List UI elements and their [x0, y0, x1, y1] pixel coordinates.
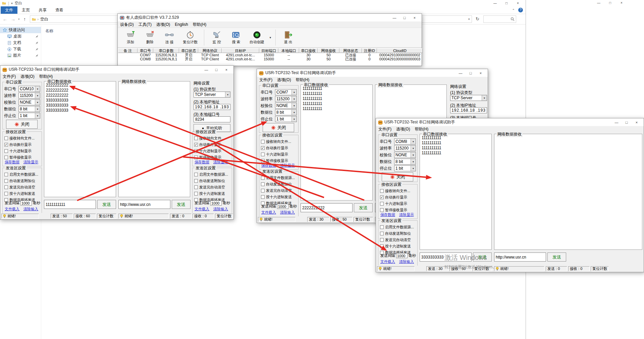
field-select[interactable]: NONE▾: [18, 99, 40, 105]
monitor-button[interactable]: 监 控: [208, 29, 225, 47]
up-button[interactable]: ↑: [22, 16, 28, 22]
checkbox[interactable]: [261, 159, 265, 163]
connect-button[interactable]: 连 接: [161, 29, 178, 47]
action-link[interactable]: 保存数据: [380, 212, 395, 217]
menu-item[interactable]: 设备(D): [120, 22, 134, 27]
checkbox[interactable]: [194, 173, 198, 176]
breadcrumb[interactable]: 空白: [40, 16, 48, 22]
checkbox[interactable]: [380, 208, 384, 212]
network-data-receive-panel[interactable]: 网络数据接收: [118, 81, 190, 197]
column-header[interactable]: 串口状态: [179, 48, 198, 53]
checkbox[interactable]: ✓: [261, 146, 265, 150]
chevron-down-icon[interactable]: ▾: [291, 110, 297, 115]
network-send-input[interactable]: [494, 252, 546, 262]
ribbon-collapse-icon[interactable]: ⌃: [512, 8, 515, 12]
action-link[interactable]: 保存数据: [195, 160, 209, 165]
checkbox[interactable]: [194, 179, 198, 183]
field-select[interactable]: 1 bit▾: [275, 116, 297, 122]
field-select[interactable]: 8 bit▾: [18, 106, 40, 112]
checkbox-option[interactable]: 接收转向文件...: [4, 135, 41, 142]
column-header[interactable]: CloudID: [377, 48, 423, 53]
menu-item[interactable]: 选项(O): [156, 22, 170, 27]
checkbox-option[interactable]: 接收转向文件...: [194, 135, 231, 142]
local-ip-value[interactable]: 192.168.18 .193: [450, 107, 487, 113]
close-button[interactable]: ×: [512, 0, 524, 6]
table-row[interactable]: COM7115200,N,8,1开启TCP Client4291.cnsh.io…: [118, 53, 421, 57]
checkbox-option[interactable]: 发送完自动清空: [380, 237, 417, 243]
checkbox[interactable]: [261, 189, 265, 192]
sidebar-item-downloads[interactable]: 下载: [0, 46, 41, 52]
minimize-button[interactable]: —: [489, 0, 501, 6]
interval-input[interactable]: [210, 201, 222, 206]
minimize-button[interactable]: —: [389, 14, 399, 21]
action-link[interactable]: 清除显示: [213, 160, 228, 165]
maximize-button[interactable]: □: [399, 14, 410, 21]
chevron-down-icon[interactable]: ▾: [35, 113, 40, 118]
action-link[interactable]: 清除输入: [213, 207, 228, 212]
serial-data-receive-panel[interactable]: 串口数据接收 222222222222222222222222222222333…: [44, 81, 116, 197]
checkbox-option[interactable]: 按十六进制发送: [194, 190, 231, 197]
title-bar[interactable]: | ▾ 空白 — □ ×: [0, 0, 526, 6]
minimize-button[interactable]: —: [455, 70, 466, 76]
auto-create-dropdown-icon[interactable]: ▼: [269, 36, 272, 39]
column-header[interactable]: 目标端口: [259, 48, 278, 53]
quick-access-toolbar-arrow[interactable]: ▾: [11, 2, 13, 5]
field-select[interactable]: COM8▾: [394, 138, 416, 145]
checkbox-option[interactable]: 按十六进制发送: [380, 243, 417, 249]
field-select[interactable]: COM7▾: [275, 89, 297, 95]
chevron-down-icon[interactable]: ▾: [411, 152, 416, 158]
checkbox[interactable]: [380, 232, 384, 235]
action-link[interactable]: 文件载入: [5, 207, 19, 212]
checkbox-option[interactable]: 启用文件数据源...: [261, 175, 298, 181]
field-select[interactable]: 115200▾: [275, 96, 297, 102]
reset-count[interactable]: 复位计数: [97, 214, 116, 219]
action-link[interactable]: 文件载入: [195, 207, 209, 212]
column-header[interactable]: 注册ID: [362, 48, 377, 53]
menu-item[interactable]: 帮助(H): [193, 22, 207, 27]
serial-send-button[interactable]: 发送: [97, 200, 116, 209]
title-bar[interactable]: USR-TCP232-Test 串口转网络调试助手 — □ ×: [0, 66, 233, 73]
field-select[interactable]: 1 bit▾: [394, 165, 416, 171]
reset-count[interactable]: 复位计数: [473, 266, 492, 271]
network-send-button[interactable]: 发送: [172, 200, 191, 209]
history-dropdown-icon[interactable]: ▾: [18, 17, 20, 21]
menu-item[interactable]: English: [175, 22, 188, 27]
column-header[interactable]: 网络协议: [198, 48, 222, 53]
close-button[interactable]: ×: [410, 14, 420, 21]
minimize-button[interactable]: —: [201, 66, 211, 73]
checkbox[interactable]: [194, 185, 198, 189]
reset-count[interactable]: 复位计数: [215, 214, 233, 219]
chevron-down-icon[interactable]: ▾: [411, 139, 416, 144]
table-row[interactable]: COM8115200,N,8,1开启TCP Client4291.cnsh.io…: [118, 57, 421, 61]
checkbox-option[interactable]: 按十六进制发送: [261, 194, 298, 200]
action-link[interactable]: 清除输入: [23, 207, 38, 212]
checkbox-option[interactable]: 十六进制显示: [380, 201, 417, 207]
field-select[interactable]: 115200▾: [394, 145, 416, 151]
column-header[interactable]: 串口接收: [299, 48, 318, 53]
column-header[interactable]: 备 注: [118, 48, 138, 53]
checkbox-option[interactable]: 启用文件数据源...: [380, 224, 417, 230]
menu-item[interactable]: 帮助(H): [296, 77, 310, 83]
sidebar-item-documents[interactable]: 文档: [0, 40, 41, 46]
back-button[interactable]: ←: [2, 16, 8, 22]
minimize-button[interactable]: —: [611, 119, 622, 126]
maximize-button[interactable]: □: [466, 70, 476, 76]
action-link[interactable]: 文件载入: [380, 259, 395, 264]
checkbox-option[interactable]: 启用文件数据源...: [4, 171, 41, 178]
column-header-name[interactable]: 名称: [45, 29, 53, 33]
action-link[interactable]: 保存数据: [5, 160, 19, 165]
chevron-down-icon[interactable]: ▾: [291, 96, 297, 102]
chevron-down-icon[interactable]: ▾: [35, 93, 40, 98]
serial-data-receive-panel[interactable]: 串口数据接收 111111111111111111111111111111111…: [420, 134, 492, 250]
forward-button[interactable]: →: [10, 16, 16, 22]
menu-item[interactable]: 文件(F): [259, 77, 272, 83]
chevron-down-icon[interactable]: ▾: [35, 86, 40, 92]
checkbox[interactable]: [194, 136, 198, 140]
checkbox[interactable]: [261, 140, 265, 144]
checkbox[interactable]: ✓: [380, 195, 384, 199]
checkbox[interactable]: [380, 202, 384, 206]
chevron-down-icon[interactable]: ▾: [411, 159, 416, 164]
network-send-input[interactable]: [118, 200, 170, 209]
checkbox-option[interactable]: 十六进制显示: [4, 148, 41, 154]
chevron-down-icon[interactable]: ▾: [482, 95, 487, 101]
